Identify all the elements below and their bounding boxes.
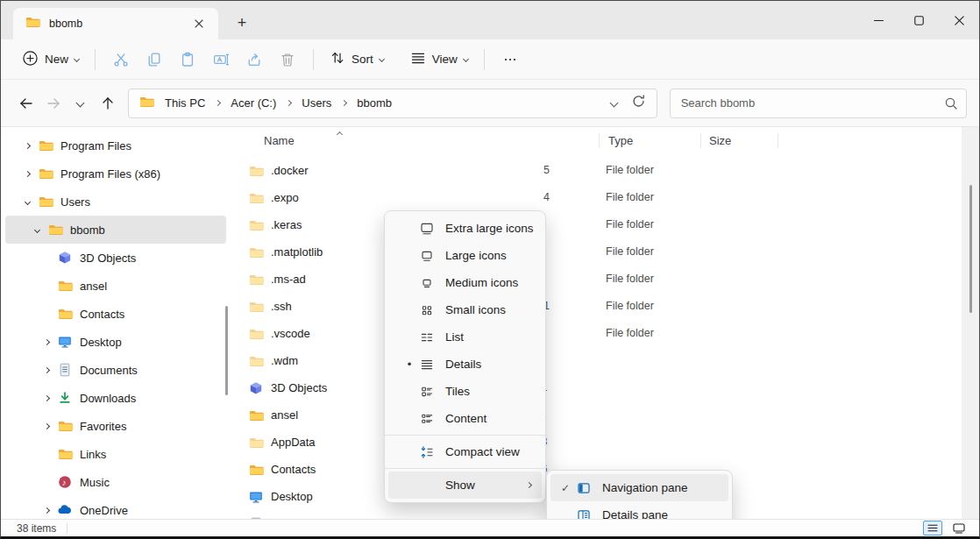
sidebar-item-favorites[interactable]: Favorites [5,412,226,440]
file-row-ansel[interactable]: ansel21/4/2566 11:2 [231,401,962,429]
sidebar-item-desktop[interactable]: Desktop [5,328,226,356]
tree-expander-icon[interactable] [36,396,57,401]
sort-button[interactable]: Sort [323,45,391,74]
breadcrumb-item-acer-c-[interactable]: Acer (C:) [228,95,279,111]
tree-expander-icon[interactable] [36,340,57,344]
menu-item-details-pane[interactable]: Details pane [550,501,728,519]
tree-expander-icon[interactable] [26,228,47,232]
breadcrumb-item-bbomb[interactable]: bbomb [354,95,394,111]
file-name: Desktop [271,490,313,503]
sidebar-item-ansel[interactable]: ansel [5,272,226,300]
menu-item-details[interactable]: •Details [388,351,542,378]
scrollbar-thumb[interactable] [969,185,972,313]
breadcrumb-item-this-pc[interactable]: This PC [162,95,208,111]
sidebar-item-music[interactable]: ♪Music [5,468,226,496]
tree-expander-icon[interactable] [17,172,38,176]
menu-item-large-icons[interactable]: Large icons [388,242,542,269]
sidebar-item-downloads[interactable]: Downloads [5,384,226,412]
copy-button[interactable] [138,45,171,74]
folder-icon [38,139,53,152]
close-button[interactable] [939,1,979,39]
tab-label: bbomb [49,18,82,30]
column-separator[interactable] [778,133,778,148]
sidebar-item-3d-objects[interactable]: 3D Objects [5,244,226,272]
sidebar-item-bbomb[interactable]: bbomb [5,216,226,244]
menu-item-medium-icons[interactable]: Medium icons [388,269,542,296]
cut-button[interactable] [104,45,138,74]
column-header-size[interactable]: Size [709,134,731,147]
sidebar-item-links[interactable]: Links [5,440,226,468]
vertical-scrollbar[interactable] [962,127,979,519]
breadcrumb-separator-icon [286,100,292,106]
column-header-type[interactable]: Type [608,134,633,147]
address-bar[interactable]: This PCAcer (C:)Usersbbomb [128,89,657,118]
view-button[interactable]: View [403,45,475,74]
recent-locations-button[interactable] [67,89,95,117]
search-input[interactable] [670,89,967,118]
new-button[interactable]: New [15,45,86,74]
checkmark-icon: ✓ [557,482,573,494]
tree-expander-icon[interactable] [36,508,57,513]
chevron-down-icon [379,56,385,62]
sidebar-item-users[interactable]: Users [5,188,226,216]
menu-item-list[interactable]: List [388,323,542,351]
more-options-button[interactable] [494,45,527,74]
rename-button[interactable] [204,45,238,74]
file-row--keras[interactable]: .kerasFile folder [231,211,962,238]
address-dropdown-icon[interactable] [609,99,618,108]
up-button[interactable] [94,89,121,117]
file-name: ansel [271,408,298,422]
file-row--matplotlib[interactable]: .matplotlibFile folder [231,238,962,266]
sidebar-item-documents[interactable]: Documents [5,356,226,384]
forward-button[interactable] [40,89,67,117]
details-view-toggle[interactable] [923,521,942,535]
sidebar-item-program-files-x86-[interactable]: Program Files (x86) [5,160,226,188]
sidebar-item-onedrive[interactable]: OneDrive [5,496,226,519]
menu-item-content[interactable]: Content [388,405,542,432]
compact-view-icon [416,445,437,459]
tree-expander-icon[interactable] [36,368,57,372]
file-row--ssh[interactable]: .ssh1File folder [231,293,962,320]
file-row-3d-objects[interactable]: 3D Objects20/1/2565 19:1 [231,374,962,401]
minimize-button[interactable] [858,1,898,39]
paste-button[interactable] [171,45,204,74]
file-row--wdm[interactable]: .wdm [231,347,962,374]
tree-expander-icon[interactable] [36,424,57,429]
file-row--expo[interactable]: .expo4File folder [231,184,962,211]
file-row-appdata[interactable]: AppData2/3/2566 10:03 [231,429,962,456]
tree-expander-icon[interactable] [17,144,38,148]
menu-item-navigation-pane[interactable]: ✓Navigation pane [550,474,728,501]
back-button[interactable] [13,89,40,117]
menu-item-small-icons[interactable]: Small icons [388,296,542,323]
maximize-button[interactable] [898,1,939,39]
file-row--vscode[interactable]: .vscodeFile folder [231,320,962,347]
column-separator[interactable] [700,133,701,148]
document-icon [57,363,73,377]
delete-button[interactable] [271,45,304,74]
sidebar-item-program-files[interactable]: Program Files [5,131,226,160]
menu-item-tiles[interactable]: Tiles [388,378,542,405]
menu-separator [385,435,545,436]
share-button[interactable] [238,45,271,74]
menu-item-compact-view[interactable]: Compact view [388,438,542,465]
menu-item-extra-large-icons[interactable]: Extra large icons [388,215,542,242]
breadcrumb-separator-icon [215,100,221,106]
refresh-icon[interactable] [631,94,646,112]
thumbnail-view-toggle[interactable] [949,521,969,535]
sidebar-scrollbar-thumb[interactable] [225,306,228,395]
menu-item-label: Tiles [445,385,542,398]
menu-item-show[interactable]: Show [388,472,542,499]
search-icon [944,96,958,114]
explorer-tab[interactable]: bbomb [13,8,218,39]
sidebar-item-contacts[interactable]: Contacts [5,300,226,328]
breadcrumb-item-users[interactable]: Users [299,95,334,111]
column-header-name[interactable]: Name [264,134,295,147]
file-row--docker[interactable]: .docker5File folder [231,157,962,184]
plus-circle-icon [22,50,39,69]
tab-close-icon[interactable] [188,13,209,34]
tree-expander-icon[interactable] [17,200,38,204]
column-separator[interactable] [599,133,600,148]
file-row--ms-ad[interactable]: .ms-adFile folder [231,266,962,293]
new-tab-button[interactable]: + [229,10,255,36]
folder-icon [249,409,264,422]
